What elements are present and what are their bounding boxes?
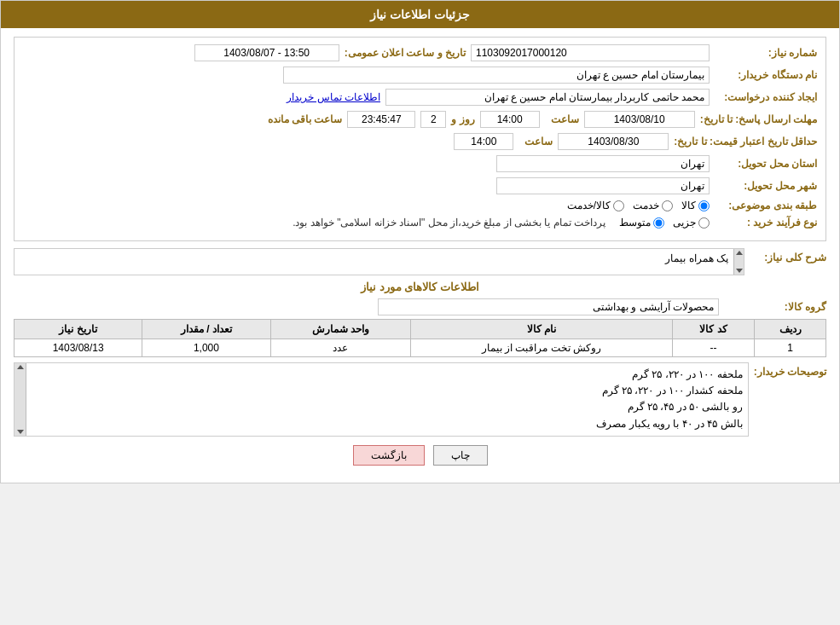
ostan-row: استان محل تحویل: تهران [23,155,817,172]
tarikhElan-value: 1403/08/07 - 13:50 [194,44,339,61]
page-title: جزئیات اطلاعات نیاز [370,8,470,21]
tabaqe-kalakhedmat-radio[interactable] [613,200,624,211]
back-button[interactable]: بازگشت [353,445,425,466]
namDastgah-label: نام دستگاه خریدار: [715,69,817,81]
toseiyat-line: بالش ۴۵ در ۴۰ با رویه یکبار مصرف [32,416,743,432]
button-row: چاپ بازگشت [14,445,826,466]
tabaqe-kala-khedmat-option[interactable]: کالا/خدمت [567,200,624,211]
mohlat-time-label: ساعت [545,113,579,125]
tabaqe-kalakhedmat-label: کالا/خدمت [567,200,611,211]
ostan-value: تهران [496,155,710,172]
tabaqe-khedmat-option[interactable]: خدمت [633,200,673,211]
noefarayand-jozi-option[interactable]: جزیی [673,217,710,229]
sharhKoli-label: شرح کلی نیاز: [750,252,826,263]
table-cell-tarikh: 1403/08/13 [14,339,142,357]
table-cell-name: روکش تخت مراقبت از بیمار [411,339,673,357]
noefarayand-desc: پرداخت تمام یا بخشی از مبلغ خرید،از محل … [293,217,605,229]
toseiyat-scroll-down[interactable] [17,430,24,434]
table-header-row: ردیف کد کالا نام کالا واحد شمارش تعداد /… [14,320,826,339]
toseiyat-box: ملحفه ۱۰۰ در ۲۲۰، ۲۵ گرمملحفه کشدار ۱۰۰ … [14,362,749,437]
geroheKala-row: گروه کالا: محصولات آرایشی و بهداشتی [14,298,826,315]
shahr-label: شهر محل تحویل: [715,180,817,192]
shomareNiaz-row: شماره نیاز: 1103092017000120 تاریخ و ساع… [23,44,817,61]
shahr-row: شهر محل تحویل: تهران [23,177,817,194]
toseiyat-scroll-up[interactable] [17,365,24,369]
form-section: شماره نیاز: 1103092017000120 تاریخ و ساع… [14,37,826,241]
mohlat-days-label: روز و [451,113,474,125]
print-button[interactable]: چاپ [433,445,488,466]
toseiyat-label: توصیحات خریدار: [754,366,826,378]
noefarayand-motevasset-radio[interactable] [653,217,664,229]
scroll-down-arrow [736,269,743,273]
toseiyat-scrollbar[interactable] [14,363,26,436]
mohlat-remaining-label2: ساعت باقی مانده [268,113,343,125]
sharhKoli-value: پک همراه بیمار [665,252,728,264]
sharhKoli-scrollbar[interactable] [733,249,744,275]
col-kod: کد کالا [672,320,754,339]
ijadKonande-row: ایجاد کننده درخواست: محمد حاتمی کاربردار… [23,89,817,106]
noefarayand-jozi-radio[interactable] [698,217,710,229]
table-cell-tedad: 1,000 [142,339,270,357]
tabaqe-khedmat-label: خدمت [633,200,659,211]
toseiyat-line: رو بالشی ۵۰ در ۴۵، ۲۵ گرم [32,399,743,415]
kalaInfo-title: اطلاعات کالاهای مورد نیاز [14,281,826,293]
sharhKoli-content: پک همراه بیمار [14,249,733,275]
ostan-label: استان محل تحویل: [715,158,817,170]
noefarayand-motevasset-label: متوسط [619,217,651,229]
hadaqal-row: حداقل تاریخ اعتبار قیمت: تا تاریخ: 1403/… [23,133,817,150]
shomareNiaz-label: شماره نیاز: [715,47,817,59]
col-radif: ردیف [755,320,826,339]
mohlat-days: 2 [420,111,446,128]
shahr-value: تهران [496,177,710,194]
ijadKonande-value: محمد حاتمی کاربردار بیمارستان امام حسین … [385,89,710,106]
tabaqe-label: طبقه بندی موضوعی: [715,200,817,211]
col-name: نام کالا [411,320,673,339]
table-cell-kod: -- [672,339,754,357]
mohlat-remaining-time: 23:45:47 [347,111,415,128]
hadaqal-date: 1403/08/30 [558,133,669,150]
tabaqe-row: طبقه بندی موضوعی: کالا خدمت کالا/خدمت [23,200,817,211]
namDastgah-value: بیمارستان امام حسین ع تهران [283,67,710,84]
items-table: ردیف کد کالا نام کالا واحد شمارش تعداد /… [14,319,826,357]
col-tarikh: تاریخ نیاز [14,320,142,339]
noefarayand-row: نوع فرآیند خرید : جزیی متوسط پرداخت تمام… [23,217,817,229]
namDastgah-row: نام دستگاه خریدار: بیمارستان امام حسین ع… [23,67,817,84]
col-vahed: واحد شمارش [270,320,411,339]
geroheKala-label: گروه کالا: [724,301,826,313]
tabaqe-kala-option[interactable]: کالا [681,200,710,211]
mohlat-date: 1403/08/10 [584,111,695,128]
ettelaatTamas-link[interactable]: اطلاعات تماس خریدار [287,91,380,103]
toseiyat-content: ملحفه ۱۰۰ در ۲۲۰، ۲۵ گرمملحفه کشدار ۱۰۰ … [32,367,743,432]
tarikhElan-label: تاریخ و ساعت اعلان عمومی: [345,47,466,59]
geroheKala-value: محصولات آرایشی و بهداشتی [378,298,719,315]
tabaqe-khedmat-radio[interactable] [662,200,673,211]
toseiyat-section: توصیحات خریدار: ملحفه ۱۰۰ در ۲۲۰، ۲۵ گرم… [14,362,826,437]
toseiyat-line: ملحفه کشدار ۱۰۰ در ۲۲۰، ۲۵ گرم [32,383,743,399]
table-row: 1--روکش تخت مراقبت از بیمارعدد1,0001403/… [14,339,826,357]
page-content: شماره نیاز: 1103092017000120 تاریخ و ساع… [1,28,839,483]
mohlat-label: مهلت ارسال پاسخ: تا تاریخ: [700,113,817,125]
sharhKoli-box: پک همراه بیمار [14,248,744,275]
sharhKoli-section: شرح کلی نیاز: پک همراه بیمار [14,248,826,275]
table-cell-radif: 1 [755,339,826,357]
mohlat-time: 14:00 [480,111,540,128]
scroll-up-arrow [736,251,743,255]
tabaqe-kala-label: کالا [681,200,696,211]
shomareNiaz-value: 1103092017000120 [471,44,710,61]
noefarayand-motevasset-option[interactable]: متوسط [619,217,664,229]
noefarayand-label: نوع فرآیند خرید : [715,217,817,229]
ijadKonande-label: ایجاد کننده درخواست: [715,91,817,103]
hadaqal-time: 14:00 [454,133,513,150]
table-cell-vahed: عدد [270,339,411,357]
hadaqal-time-label: ساعت [518,136,553,148]
noefarayand-jozi-label: جزیی [673,217,696,229]
hadaqal-label: حداقل تاریخ اعتبار قیمت: تا تاریخ: [674,136,817,148]
main-container: جزئیات اطلاعات نیاز شماره نیاز: 11030920… [0,0,840,483]
page-header: جزئیات اطلاعات نیاز [1,1,839,28]
mohlat-row: مهلت ارسال پاسخ: تا تاریخ: 1403/08/10 سا… [23,111,817,128]
col-tedad: تعداد / مقدار [142,320,270,339]
tabaqe-radio-group: کالا خدمت کالا/خدمت [567,200,710,211]
toseiyat-line: ملحفه ۱۰۰ در ۲۲۰، ۲۵ گرم [32,367,743,383]
tabaqe-kala-radio[interactable] [698,200,710,211]
noefarayand-radio-group: جزیی متوسط [619,217,710,229]
